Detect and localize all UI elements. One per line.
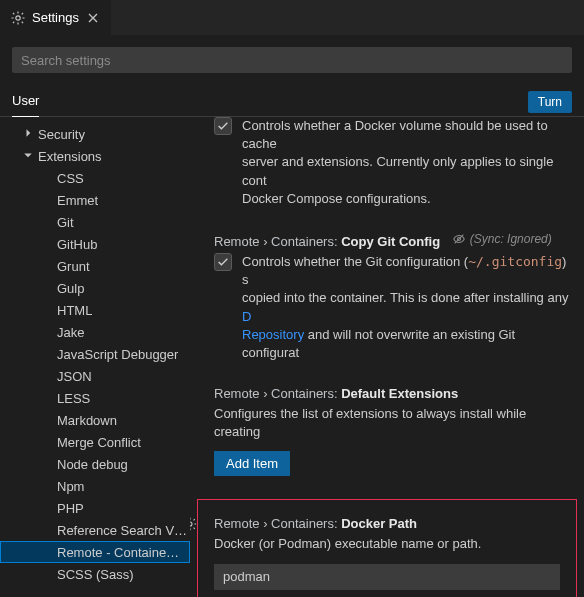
search-input[interactable] (12, 47, 572, 73)
tree-item-git[interactable]: Git (0, 211, 190, 233)
tree-item-less[interactable]: LESS (0, 387, 190, 409)
eye-off-icon (452, 232, 466, 246)
tree-item-scss[interactable]: SCSS (Sass) (0, 563, 190, 585)
docker-path-input[interactable] (214, 564, 560, 590)
tree-item-jsdebugger[interactable]: JavaScript Debugger (0, 343, 190, 365)
tree-item-grunt[interactable]: Grunt (0, 255, 190, 277)
link-repository[interactable]: Repository (242, 327, 304, 342)
chevron-right-icon (22, 127, 36, 142)
setting-desc: Configures the list of extensions to alw… (214, 405, 572, 441)
tree-item-refsearch[interactable]: Reference Search V… (0, 519, 190, 541)
setting-desc: Controls whether a Docker volume should … (242, 117, 572, 208)
setting-title: Default Extensions (341, 386, 458, 401)
gear-icon[interactable] (190, 516, 198, 532)
chevron-down-icon (22, 149, 36, 164)
tab-bar-empty (112, 0, 584, 35)
setting-desc: Controls whether the Git configuration (… (242, 253, 572, 362)
svg-point-2 (190, 522, 192, 526)
tree-item-gulp[interactable]: Gulp (0, 277, 190, 299)
scope-tab-user[interactable]: User (12, 87, 39, 117)
close-icon[interactable] (85, 10, 101, 26)
setting-breadcrumb: Remote › Containers: (214, 234, 341, 249)
setting-title: Copy Git Config (341, 234, 440, 249)
tree-item-nodedebug[interactable]: Node debug (0, 453, 190, 475)
tree-item-html[interactable]: HTML (0, 299, 190, 321)
tree-item-mergeconflict[interactable]: Merge Conflict (0, 431, 190, 453)
tree-item-markdown[interactable]: Markdown (0, 409, 190, 431)
tree-item-php[interactable]: PHP (0, 497, 190, 519)
setting-title: Docker Path (341, 516, 417, 531)
setting-cache-volume: Controls whether a Docker volume should … (190, 117, 584, 226)
tree-item-remote-containers[interactable]: Remote - Containe… (0, 541, 190, 563)
tree-item-github[interactable]: GitHub (0, 233, 190, 255)
tree-item-extensions[interactable]: Extensions (0, 145, 190, 167)
tree-item-jake[interactable]: Jake (0, 321, 190, 343)
tab-settings[interactable]: Settings (0, 0, 112, 35)
sync-ignored-badge: (Sync: Ignored) (452, 232, 552, 246)
turn-on-sync-button[interactable]: Turn (528, 91, 572, 113)
setting-breadcrumb: Remote › Containers: (214, 386, 341, 401)
settings-tree: Security Extensions CSS Emmet Git GitHub… (0, 117, 190, 597)
settings-content: Controls whether a Docker volume should … (190, 117, 584, 597)
tab-bar: Settings (0, 0, 584, 35)
setting-desc: Docker (or Podman) executable name or pa… (214, 535, 560, 553)
svg-point-0 (16, 15, 20, 19)
gear-icon (10, 10, 26, 26)
tree-item-npm[interactable]: Npm (0, 475, 190, 497)
setting-default-extensions: Remote › Containers: Default Extensions … (190, 380, 584, 494)
tree-item-json[interactable]: JSON (0, 365, 190, 387)
checkbox-copy-git-config[interactable] (214, 253, 232, 271)
setting-breadcrumb: Remote › Containers: (214, 516, 341, 531)
setting-copy-git-config: Remote › Containers: Copy Git Config (Sy… (190, 226, 584, 380)
tree-item-security[interactable]: Security (0, 123, 190, 145)
link-dotfiles[interactable]: D (242, 309, 251, 324)
tree-item-emmet[interactable]: Emmet (0, 189, 190, 211)
add-item-button[interactable]: Add Item (214, 451, 290, 476)
checkbox-cache-volume[interactable] (214, 117, 232, 135)
tree-item-css[interactable]: CSS (0, 167, 190, 189)
setting-docker-path: Remote › Containers: Docker Path Docker … (196, 498, 578, 597)
tab-title: Settings (32, 10, 79, 25)
